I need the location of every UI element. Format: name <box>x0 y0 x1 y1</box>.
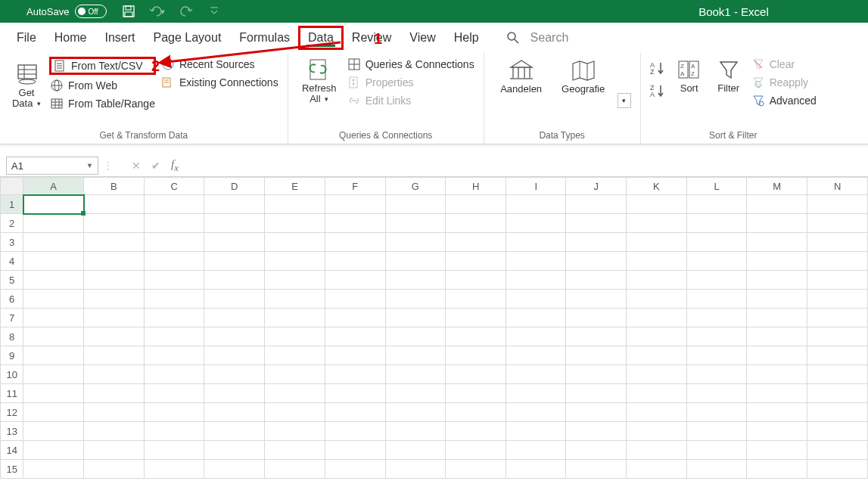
cell-C12[interactable] <box>144 403 204 422</box>
cell-A12[interactable] <box>23 403 84 422</box>
undo-icon[interactable]: ▾ <box>149 5 166 17</box>
cell-B10[interactable] <box>84 365 145 384</box>
properties-button[interactable]: Properties <box>347 76 474 89</box>
name-box-dropdown-icon[interactable]: ▼ <box>86 162 93 169</box>
cell-N8[interactable] <box>807 327 868 346</box>
cell-D2[interactable] <box>204 214 265 233</box>
cell-F5[interactable] <box>325 271 385 290</box>
cell-C15[interactable] <box>144 460 204 479</box>
qat-customize-icon[interactable] <box>210 6 219 17</box>
cell-A8[interactable] <box>23 327 84 346</box>
cell-B11[interactable] <box>84 384 145 403</box>
cell-D4[interactable] <box>204 252 265 271</box>
cell-F10[interactable] <box>325 365 385 384</box>
col-header-L[interactable]: L <box>686 178 747 195</box>
cell-L9[interactable] <box>686 346 747 365</box>
autosave-switch[interactable]: Off <box>75 5 107 18</box>
advanced-filter-button[interactable]: Advanced <box>751 94 817 107</box>
clear-filter-button[interactable]: Clear <box>751 57 817 71</box>
cell-I13[interactable] <box>506 422 565 441</box>
cell-H7[interactable] <box>446 309 506 327</box>
col-header-G[interactable]: G <box>385 178 446 195</box>
cell-M15[interactable] <box>747 460 807 479</box>
cell-F15[interactable] <box>325 460 385 479</box>
col-header-E[interactable]: E <box>265 178 325 195</box>
cell-M12[interactable] <box>747 403 807 422</box>
cell-L3[interactable] <box>686 233 747 252</box>
cell-L1[interactable] <box>686 195 747 214</box>
cell-G12[interactable] <box>385 403 446 422</box>
cell-K2[interactable] <box>627 214 687 233</box>
col-header-K[interactable]: K <box>627 178 687 195</box>
cell-K1[interactable] <box>627 195 687 214</box>
cell-J4[interactable] <box>566 252 627 271</box>
cell-N3[interactable] <box>807 233 868 252</box>
cell-L15[interactable] <box>686 460 747 479</box>
search-label[interactable]: Search <box>530 31 569 45</box>
select-all-corner[interactable] <box>1 178 23 195</box>
reapply-filter-button[interactable]: Reapply <box>751 76 817 89</box>
cell-M7[interactable] <box>747 309 807 327</box>
cell-G11[interactable] <box>385 384 446 403</box>
row-header-3[interactable]: 3 <box>1 233 23 252</box>
cell-E14[interactable] <box>265 441 325 460</box>
cell-M3[interactable] <box>747 233 807 252</box>
cell-F2[interactable] <box>325 214 385 233</box>
cell-I5[interactable] <box>506 271 565 290</box>
cell-F11[interactable] <box>325 384 385 403</box>
stocks-button[interactable]: Aandelen <box>493 57 549 95</box>
cell-H8[interactable] <box>446 327 506 346</box>
cell-A1[interactable] <box>23 195 84 214</box>
cell-I3[interactable] <box>506 233 565 252</box>
cell-K9[interactable] <box>627 346 687 365</box>
cell-B15[interactable] <box>84 460 145 479</box>
cell-E3[interactable] <box>265 233 325 252</box>
tab-view[interactable]: View <box>400 25 444 51</box>
cell-L2[interactable] <box>686 214 747 233</box>
redo-icon[interactable] <box>179 5 196 17</box>
cell-C13[interactable] <box>144 422 204 441</box>
cell-H13[interactable] <box>446 422 506 441</box>
cell-I4[interactable] <box>506 252 565 271</box>
cancel-formula-icon[interactable]: ✕ <box>132 160 141 172</box>
cell-M11[interactable] <box>747 384 807 403</box>
cell-G13[interactable] <box>385 422 446 441</box>
cell-I2[interactable] <box>506 214 565 233</box>
cell-B5[interactable] <box>84 271 145 290</box>
geography-button[interactable]: Geografie <box>555 57 611 95</box>
cell-J9[interactable] <box>566 346 627 365</box>
cell-M8[interactable] <box>747 327 807 346</box>
cell-A2[interactable] <box>23 214 84 233</box>
cell-B8[interactable] <box>84 327 145 346</box>
cell-A7[interactable] <box>23 309 84 327</box>
cell-G4[interactable] <box>385 252 446 271</box>
cell-N12[interactable] <box>807 403 868 422</box>
cell-G10[interactable] <box>385 365 446 384</box>
cell-E7[interactable] <box>265 309 325 327</box>
cell-J2[interactable] <box>566 214 627 233</box>
save-icon[interactable] <box>122 5 135 18</box>
cell-M14[interactable] <box>747 441 807 460</box>
row-header-5[interactable]: 5 <box>1 271 23 290</box>
row-header-4[interactable]: 4 <box>1 252 23 271</box>
cell-D5[interactable] <box>204 271 265 290</box>
cell-N7[interactable] <box>807 309 868 327</box>
cell-F9[interactable] <box>325 346 385 365</box>
cell-I14[interactable] <box>506 441 565 460</box>
cell-I11[interactable] <box>506 384 565 403</box>
cell-C2[interactable] <box>144 214 204 233</box>
row-header-11[interactable]: 11 <box>1 384 23 403</box>
cell-L5[interactable] <box>686 271 747 290</box>
cell-A3[interactable] <box>23 233 84 252</box>
sort-asc-icon[interactable]: AZ <box>650 60 667 76</box>
tab-pagelayout[interactable]: Page Layout <box>144 25 230 51</box>
cell-G3[interactable] <box>385 233 446 252</box>
cell-K8[interactable] <box>627 327 687 346</box>
cell-J13[interactable] <box>566 422 627 441</box>
cell-F13[interactable] <box>325 422 385 441</box>
row-header-13[interactable]: 13 <box>1 422 23 441</box>
cell-N14[interactable] <box>807 441 868 460</box>
cell-G9[interactable] <box>385 346 446 365</box>
cell-H14[interactable] <box>446 441 506 460</box>
cell-K13[interactable] <box>627 422 687 441</box>
